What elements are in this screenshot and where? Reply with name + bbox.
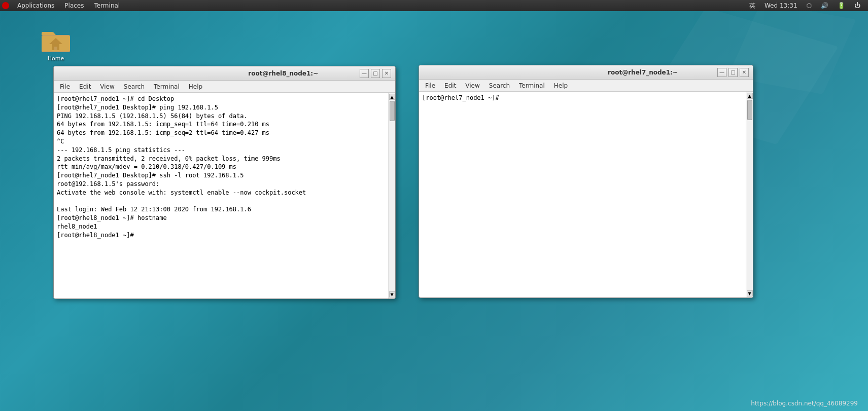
battery-icon[interactable]: 🔋 (835, 2, 848, 9)
window2-title: root@rhel7_node1:~ (570, 69, 715, 76)
menu-file-2[interactable]: File (421, 81, 439, 90)
scroll-down-1[interactable]: ▼ (389, 291, 395, 297)
menu-edit-1[interactable]: Edit (75, 82, 95, 91)
svg-rect-5 (54, 47, 57, 50)
maximize-btn-1[interactable]: □ (371, 69, 380, 78)
folder-label: Home (48, 55, 64, 62)
menubar-right: 英 Wed 13:31 ⬡ 🔊 🔋 ⏻ (747, 2, 868, 10)
menu-help-2[interactable]: Help (550, 81, 572, 90)
close-btn-1[interactable]: ✕ (382, 69, 391, 78)
terminal-body-container-2: [root@rhel7_node1 ~]# ▲ ▼ (419, 92, 753, 297)
terminal-window-1: root@rhel8_node1:~ — □ ✕ File Edit View … (53, 66, 396, 299)
desktop: Applications Places Terminal 英 Wed 13:31… (0, 0, 868, 411)
menubar-left: Applications Places Terminal (0, 0, 125, 11)
menu-view-2[interactable]: View (461, 81, 483, 90)
terminal-window-2: root@rhel7_node1:~ — □ ✕ File Edit View … (419, 65, 753, 298)
network-icon[interactable]: ⬡ (804, 2, 814, 9)
menubar: Applications Places Terminal 英 Wed 13:31… (0, 0, 868, 11)
home-folder-icon[interactable]: Home (41, 28, 71, 62)
menu-view-1[interactable]: View (96, 82, 118, 91)
terminal-content-2: [root@rhel7_node1 ~]# (419, 92, 746, 104)
menu-search-1[interactable]: Search (120, 82, 149, 91)
redhat-logo[interactable] (0, 0, 11, 11)
scroll-track-1[interactable] (389, 100, 395, 291)
menu-help-1[interactable]: Help (185, 82, 206, 91)
menu-terminal-2[interactable]: Terminal (515, 81, 549, 90)
scroll-thumb-1[interactable] (390, 101, 395, 121)
terminal-body-container-1: [root@rhel7_node1 ~]# cd Desktop [root@r… (54, 93, 395, 298)
places-menu[interactable]: Places (59, 0, 89, 11)
minimize-btn-2[interactable]: — (717, 68, 726, 77)
menu-search-2[interactable]: Search (485, 81, 514, 90)
terminal-menu[interactable]: Terminal (89, 0, 125, 11)
scroll-up-1[interactable]: ▲ (389, 94, 395, 100)
bottom-link: https://blog.csdn.net/qq_46089299 (751, 400, 858, 407)
power-icon[interactable]: ⏻ (852, 2, 863, 9)
scroll-up-2[interactable]: ▲ (747, 93, 753, 99)
window1-title: root@rhel8_node1:~ (209, 70, 358, 77)
close-btn-2[interactable]: ✕ (740, 68, 749, 77)
menu-file-1[interactable]: File (56, 82, 74, 91)
menu-edit-2[interactable]: Edit (440, 81, 460, 90)
scrollbar-1[interactable]: ▲ ▼ (388, 93, 395, 298)
scroll-thumb-2[interactable] (747, 100, 752, 120)
folder-svg (41, 28, 71, 53)
menu-terminal-1[interactable]: Terminal (150, 82, 184, 91)
applications-menu[interactable]: Applications (12, 0, 59, 11)
terminal-text-area-2[interactable]: [root@rhel7_node1 ~]# (419, 92, 746, 297)
terminal-menu-1: File Edit View Search Terminal Help (54, 81, 395, 93)
scrollbar-2[interactable]: ▲ ▼ (746, 92, 753, 297)
scroll-track-2[interactable] (747, 99, 753, 290)
terminal-content-1: [root@rhel7_node1 ~]# cd Desktop [root@r… (54, 93, 388, 242)
svg-point-0 (2, 2, 9, 9)
terminal-menu-2: File Edit View Search Terminal Help (419, 80, 753, 92)
scroll-down-2[interactable]: ▼ (747, 290, 753, 296)
minimize-btn-1[interactable]: — (360, 69, 369, 78)
datetime-display: Wed 13:31 (762, 2, 800, 9)
titlebar-2: root@rhel7_node1:~ — □ ✕ (419, 65, 753, 80)
volume-icon[interactable]: 🔊 (818, 2, 831, 9)
titlebar-1: root@rhel8_node1:~ — □ ✕ (54, 66, 395, 81)
maximize-btn-2[interactable]: □ (728, 68, 738, 77)
language-indicator[interactable]: 英 (747, 2, 758, 10)
terminal-text-area-1[interactable]: [root@rhel7_node1 ~]# cd Desktop [root@r… (54, 93, 388, 298)
